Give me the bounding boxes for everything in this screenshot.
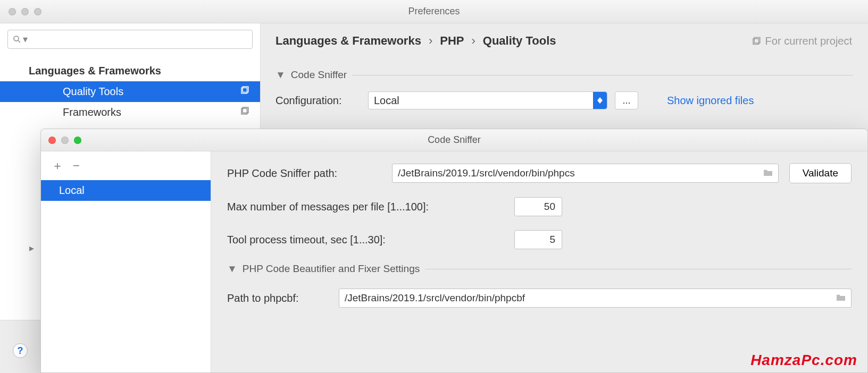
sidebar-item-quality-tools[interactable]: Quality Tools [0, 81, 260, 102]
sidebar-item-label: Quality Tools [63, 86, 123, 98]
add-button[interactable]: ＋ [52, 158, 63, 174]
for-current-project-label: For current project [752, 35, 852, 47]
help-button[interactable]: ? [13, 343, 28, 358]
breadcrumb-item[interactable]: PHP [440, 34, 464, 48]
chevron-down-icon: ▼ [227, 263, 237, 275]
phpcs-path-input[interactable] [392, 164, 779, 183]
svg-marker-9 [597, 100, 603, 104]
search-icon [12, 35, 22, 44]
project-scope-icon [752, 37, 761, 46]
search-field[interactable] [31, 34, 248, 45]
timeout-input[interactable] [514, 230, 562, 249]
traffic-light-zoom[interactable] [34, 8, 41, 15]
max-messages-input[interactable] [514, 197, 562, 216]
watermark-text: HamzaPc.com [750, 352, 857, 369]
max-messages-label: Max number of messages per file [1...100… [227, 201, 504, 213]
traffic-light-minimize[interactable] [21, 8, 29, 15]
traffic-lights [0, 8, 41, 15]
project-scope-icon [240, 86, 249, 98]
configuration-dropdown[interactable]: Local [368, 91, 607, 109]
phpcbf-path-label: Path to phpcbf: [227, 292, 328, 304]
show-ignored-files-link[interactable]: Show ignored files [667, 95, 754, 107]
remove-button[interactable]: − [73, 159, 80, 173]
sidebar-group-languages-frameworks[interactable]: Languages & Frameworks [0, 61, 260, 81]
config-list-item-local[interactable]: Local [41, 180, 211, 201]
preferences-titlebar: Preferences [0, 0, 868, 23]
dropdown-toggle-icon [593, 92, 607, 109]
breadcrumb-item[interactable]: Quality Tools [483, 34, 556, 48]
configuration-label: Configuration: [276, 95, 361, 107]
section-code-sniffer[interactable]: ▼ Code Sniffer [276, 69, 853, 81]
folder-icon[interactable] [836, 292, 846, 304]
dialog-title: Code Sniffer [41, 134, 867, 146]
dropdown-value: Local [374, 95, 399, 107]
breadcrumb-separator-icon: › [471, 34, 475, 48]
configuration-browse-button[interactable]: ... [615, 91, 638, 109]
search-input[interactable]: ▾ [7, 30, 253, 49]
traffic-light-minimize[interactable] [61, 137, 69, 144]
svg-point-0 [14, 36, 19, 41]
phpcbf-path-input[interactable] [339, 289, 852, 308]
sidebar-collapse-icon[interactable]: ▸ [29, 242, 34, 254]
traffic-lights [41, 137, 81, 144]
chevron-down-icon: ▼ [276, 69, 286, 81]
validate-button[interactable]: Validate [789, 163, 852, 183]
dialog-titlebar: Code Sniffer [41, 129, 867, 151]
traffic-light-zoom[interactable] [74, 137, 81, 144]
phpcs-path-label: PHP Code Sniffer path: [227, 167, 381, 180]
folder-icon[interactable] [763, 167, 773, 180]
timeout-label: Tool process timeout, sec [1...30]: [227, 234, 504, 246]
traffic-light-close[interactable] [48, 137, 56, 144]
breadcrumb-item[interactable]: Languages & Frameworks [276, 34, 421, 48]
code-sniffer-dialog: Code Sniffer ＋ − Local PHP Code Sniffer … [40, 129, 868, 373]
project-scope-icon [240, 106, 249, 118]
preferences-title: Preferences [0, 6, 868, 17]
dialog-main: PHP Code Sniffer path: Validate Max numb… [211, 151, 867, 372]
section-beautifier[interactable]: ▼ PHP Code Beautifier and Fixer Settings [227, 263, 852, 275]
svg-line-1 [18, 40, 20, 43]
breadcrumb-separator-icon: › [429, 34, 432, 48]
traffic-light-close[interactable] [9, 8, 16, 15]
sidebar-item-frameworks[interactable]: Frameworks [0, 102, 260, 123]
dialog-sidebar: ＋ − Local [41, 151, 211, 372]
sidebar-item-label: Frameworks [63, 106, 121, 118]
